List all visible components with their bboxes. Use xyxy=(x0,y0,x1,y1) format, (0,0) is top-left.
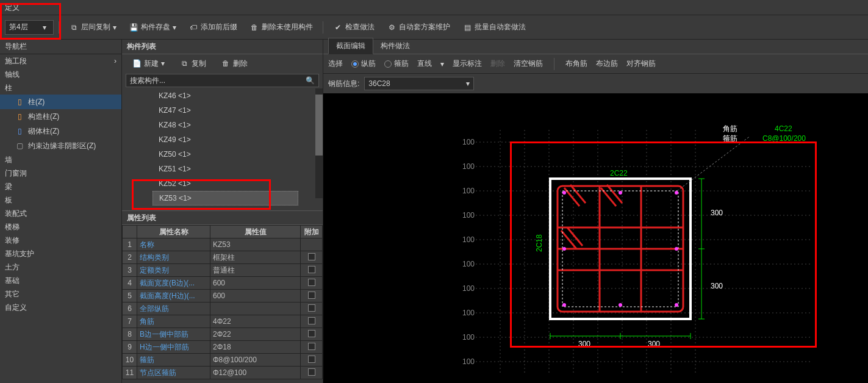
show-labels-button[interactable]: 显示标注 xyxy=(453,59,482,69)
table-row[interactable]: 4截面宽度(B边)(...600 xyxy=(123,277,323,290)
prop-value[interactable]: 普通柱 xyxy=(210,264,301,277)
prop-extra[interactable] xyxy=(301,302,323,315)
prop-value[interactable]: 框架柱 xyxy=(210,251,301,264)
checkbox-icon[interactable] xyxy=(308,292,315,299)
scrollbar-thumb[interactable] xyxy=(315,95,323,156)
save-member-button[interactable]: 💾构件存盘 ▾ xyxy=(124,20,181,35)
table-row[interactable]: 5截面高度(H边)(...600 xyxy=(123,290,323,302)
prop-extra[interactable] xyxy=(301,328,323,341)
prop-extra[interactable] xyxy=(301,238,323,251)
checkbox-icon[interactable] xyxy=(308,330,315,337)
scrollbar[interactable] xyxy=(315,88,323,198)
copy-floor-button[interactable]: ⧉层间复制 ▾ xyxy=(64,20,121,35)
nav-sub-column[interactable]: ▯柱(Z) xyxy=(0,95,121,109)
checkbox-icon[interactable] xyxy=(308,279,315,286)
prop-extra[interactable] xyxy=(301,251,323,264)
table-row[interactable]: 6全部纵筋 xyxy=(123,302,323,315)
nav-sub-column[interactable]: ▢约束边缘非阴影区(Z) xyxy=(0,138,121,153)
nav-item[interactable]: 基坑支护 xyxy=(0,247,121,260)
search-input[interactable]: 搜索构件... 🔍 xyxy=(126,74,319,87)
delete-member-button[interactable]: 🗑删除 xyxy=(216,55,253,71)
copy-icon: ⧉ xyxy=(179,59,189,68)
member-item[interactable]: KZ46 <1> xyxy=(122,88,323,103)
member-item[interactable]: KZ51 <1> xyxy=(122,162,323,176)
prop-value[interactable] xyxy=(210,302,301,315)
table-row[interactable]: 3定额类别普通柱 xyxy=(123,264,323,277)
radio-stirrup[interactable]: 箍筋 xyxy=(384,59,409,69)
nav-item[interactable]: 自定义 xyxy=(0,301,121,314)
member-item[interactable]: KZ48 <1> xyxy=(122,118,323,132)
nav-item[interactable]: 装修 xyxy=(0,234,121,247)
member-item-selected[interactable]: KZ53 <1> xyxy=(152,191,298,206)
nav-sub-column[interactable]: ▯构造柱(Z) xyxy=(0,109,121,124)
edge-button[interactable]: 布边筋 xyxy=(596,59,618,69)
rebar-info-input[interactable]: 36C28 ▾ xyxy=(364,77,474,90)
new-member-button[interactable]: 📄新建 ▾ xyxy=(127,55,170,71)
checkbox-icon[interactable] xyxy=(308,368,315,376)
nav-sub-column[interactable]: ▯砌体柱(Z) xyxy=(0,124,121,138)
member-item[interactable]: KZ49 <1> xyxy=(122,132,323,147)
tab-section-edit[interactable]: 截面编辑 xyxy=(328,38,373,54)
prefix-button[interactable]: 🏷添加前后缀 xyxy=(184,20,242,35)
nav-item[interactable]: 墙 xyxy=(0,153,121,166)
prop-extra[interactable] xyxy=(301,354,323,367)
prop-extra[interactable] xyxy=(301,264,323,277)
table-row[interactable]: 1名称KZ53 xyxy=(123,238,323,251)
checkbox-icon[interactable] xyxy=(308,317,315,324)
nav-item[interactable]: 梁 xyxy=(0,180,121,193)
nav-item[interactable]: 板 xyxy=(0,193,121,207)
clear-button[interactable]: 清空钢筋 xyxy=(514,59,543,69)
table-row[interactable]: 9H边一侧中部筋2Φ18 xyxy=(123,341,323,354)
prop-value[interactable]: Φ12@100 xyxy=(210,367,301,379)
nav-item[interactable]: 柱 xyxy=(0,81,121,95)
table-row[interactable]: 10箍筋Φ8@100/200 xyxy=(123,354,323,367)
member-item[interactable]: KZ47 <1> xyxy=(122,103,323,118)
prop-value[interactable]: 2Φ22 xyxy=(210,328,301,341)
nav-item[interactable]: 轴线 xyxy=(0,68,121,81)
auto-maintain-button[interactable]: ⚙自动套方案维护 xyxy=(382,20,455,35)
floor-selector[interactable]: 第4层 ▾ xyxy=(5,20,54,35)
nav-item[interactable]: 施工段› xyxy=(0,54,121,68)
nav-item[interactable]: 基础 xyxy=(0,274,121,287)
prop-extra[interactable] xyxy=(301,315,323,328)
prop-value[interactable]: KZ53 xyxy=(210,238,301,251)
prop-value[interactable]: 600 xyxy=(210,277,301,290)
nav-item[interactable]: 楼梯 xyxy=(0,220,121,234)
checkbox-icon[interactable] xyxy=(308,356,315,363)
prop-extra[interactable] xyxy=(301,367,323,379)
section-canvas[interactable]: 100 100 100 100 100 100 100 100 100 100 xyxy=(323,93,868,383)
check-button[interactable]: ✔检查做法 xyxy=(328,20,379,35)
nav-item[interactable]: 门窗洞 xyxy=(0,166,121,180)
member-item[interactable]: KZ50 <1> xyxy=(122,147,323,162)
table-row[interactable]: 2结构类别框架柱 xyxy=(123,251,323,264)
select-label[interactable]: 选择 xyxy=(328,59,343,69)
checkbox-icon[interactable] xyxy=(308,343,315,350)
prop-value[interactable]: 600 xyxy=(210,290,301,302)
prop-extra[interactable] xyxy=(301,277,323,290)
prop-extra[interactable] xyxy=(301,290,323,302)
checkbox-icon[interactable] xyxy=(308,304,315,312)
nav-item[interactable]: 土方 xyxy=(0,260,121,274)
align-button[interactable]: 对齐钢筋 xyxy=(626,59,656,69)
radio-icon xyxy=(351,60,359,68)
checkbox-icon[interactable] xyxy=(308,253,315,260)
delete-unused-button[interactable]: 🗑删除未使用构件 xyxy=(245,20,318,35)
svg-point-45 xyxy=(562,303,566,307)
nav-item[interactable]: 其它 xyxy=(0,287,121,301)
copy-member-button[interactable]: ⧉复制 xyxy=(174,55,211,71)
table-row[interactable]: 8B边一侧中部筋2Φ22 xyxy=(123,328,323,341)
radio-long[interactable]: 纵筋 xyxy=(351,59,376,69)
line-button[interactable]: 直线 xyxy=(417,59,432,69)
prop-value[interactable]: 4Φ22 xyxy=(210,315,301,328)
batch-button[interactable]: ▤批量自动套做法 xyxy=(457,20,531,35)
tab-member-method[interactable]: 构件做法 xyxy=(373,38,417,54)
prop-value[interactable]: 2Φ18 xyxy=(210,341,301,354)
table-row[interactable]: 11节点区箍筋Φ12@100 xyxy=(123,367,323,379)
nav-item[interactable]: 装配式 xyxy=(0,207,121,220)
checkbox-icon[interactable] xyxy=(308,266,315,273)
corner-button[interactable]: 布角筋 xyxy=(565,59,587,69)
prop-value[interactable]: Φ8@100/200 xyxy=(210,354,301,367)
table-row[interactable]: 7角筋4Φ22 xyxy=(123,315,323,328)
member-item[interactable]: KZ52 <1> xyxy=(122,176,323,191)
prop-extra[interactable] xyxy=(301,341,323,354)
